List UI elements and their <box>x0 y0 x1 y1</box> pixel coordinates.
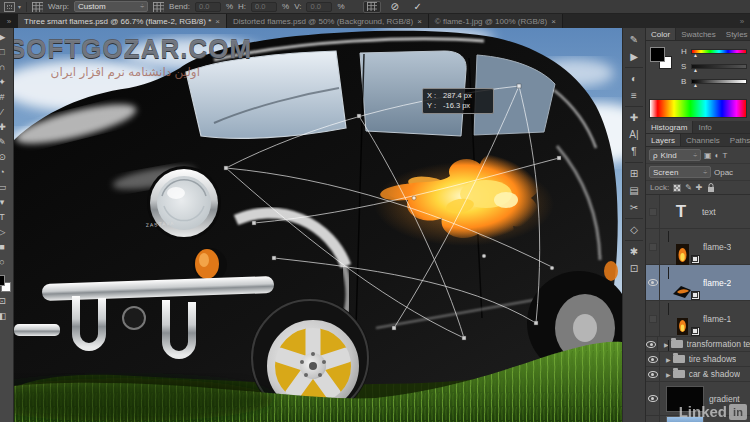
visibility-eye-icon[interactable] <box>648 395 658 402</box>
tab-channels[interactable]: Channels <box>681 134 725 146</box>
type-layer-thumbnail[interactable]: T <box>660 202 702 222</box>
layer-name[interactable]: car & shadow <box>689 369 741 379</box>
saturation-slider-marker[interactable]: ▲ <box>693 67 698 73</box>
artboard-panel-icon[interactable]: ⊞ <box>624 165 644 182</box>
visibility-eye-icon[interactable] <box>648 356 658 363</box>
tab-info[interactable]: Info <box>693 121 716 133</box>
commit-transform-button[interactable]: ✓ <box>409 1 427 13</box>
close-tab-icon[interactable]: × <box>551 17 556 26</box>
tab-overflow-left[interactable]: » <box>0 14 18 28</box>
preset-caret-icon[interactable]: ▾ <box>18 3 21 10</box>
lock-all-icon[interactable] <box>707 183 715 193</box>
layer-group-transformation-temp[interactable]: ▶ transformation temp <box>646 337 750 352</box>
3d-panel-icon[interactable]: ◇ <box>624 221 644 238</box>
type-tool-icon[interactable]: T <box>0 210 13 225</box>
blend-mode-dropdown[interactable]: Screen ÷ <box>649 166 711 178</box>
layer-group-car-and-shadow[interactable]: ▶ car & shadow <box>646 367 750 382</box>
visibility-toggle-off[interactable] <box>649 315 657 323</box>
close-tab-icon[interactable]: × <box>215 17 220 26</box>
warp-style-dropdown[interactable]: Custom ÷ <box>74 1 148 12</box>
clone-stamp-tool-icon[interactable]: ⊙ <box>0 150 13 165</box>
notes-panel-icon[interactable]: ▤ <box>624 182 644 199</box>
brush-tool-icon[interactable]: ✎ <box>0 135 13 150</box>
layer-row-flame-2-selected[interactable]: flame-2 <box>646 265 750 301</box>
lock-transparency-icon[interactable] <box>673 184 681 192</box>
tool-presets-panel-icon[interactable]: ✚ <box>624 109 644 126</box>
tab-histogram[interactable]: Histogram <box>646 121 693 133</box>
adjustments-panel-icon[interactable]: ◐ <box>624 70 644 87</box>
quick-selection-tool-icon[interactable]: ✦ <box>0 75 13 90</box>
filter-pixel-icon[interactable]: ▣ <box>704 151 712 160</box>
tab-overflow-right[interactable]: » <box>734 14 750 28</box>
clone-source-panel-icon[interactable]: ⊡ <box>624 260 644 277</box>
gradient-tool-icon[interactable]: ▾ <box>0 195 13 210</box>
brush-presets-panel-icon[interactable]: ✎ <box>624 31 644 48</box>
warp-grid-icon[interactable] <box>32 2 43 12</box>
transform-preset-icon[interactable] <box>4 2 15 12</box>
hand-tool-icon[interactable]: ○ <box>0 255 13 270</box>
panel-color-swatches[interactable] <box>650 47 676 73</box>
group-expand-icon[interactable]: ▶ <box>666 356 671 363</box>
healing-brush-tool-icon[interactable]: ✚ <box>0 120 13 135</box>
quick-mask-icon[interactable]: ⊡ <box>0 294 13 309</box>
layer-row-flame-3[interactable]: flame-3 <box>646 229 750 265</box>
move-tool-icon[interactable]: ▶ <box>0 30 13 45</box>
actions-panel-icon[interactable]: ▶ <box>624 48 644 65</box>
foreground-color-swatch[interactable] <box>0 275 5 286</box>
visibility-toggle-off[interactable] <box>649 243 657 251</box>
visibility-eye-icon[interactable] <box>648 279 658 286</box>
saturation-slider[interactable]: ▲ <box>691 64 747 69</box>
paragraph-panel-icon[interactable]: ¶ <box>624 143 644 160</box>
measure-panel-icon[interactable]: ✂ <box>624 199 644 216</box>
layer-name[interactable]: transformation temp <box>687 339 750 349</box>
crop-tool-icon[interactable]: # <box>0 90 13 105</box>
color-spectrum-ramp[interactable] <box>649 99 747 118</box>
hue-slider-marker[interactable]: ▲ <box>693 52 698 58</box>
tab-styles[interactable]: Styles <box>721 28 750 40</box>
layer-name[interactable]: text <box>702 207 716 217</box>
marquee-tool-icon[interactable]: □ <box>0 45 13 60</box>
tab-layers[interactable]: Layers <box>646 134 681 146</box>
cancel-transform-button[interactable]: ⊘ <box>386 1 404 13</box>
tab-paths[interactable]: Paths <box>725 134 750 146</box>
visibility-eye-icon[interactable] <box>648 371 658 378</box>
lasso-tool-icon[interactable]: ∩ <box>0 60 13 75</box>
color-swatches[interactable] <box>0 274 13 294</box>
hue-slider[interactable]: ▲ <box>691 49 747 54</box>
layer-row-text[interactable]: T text <box>646 195 750 229</box>
eraser-tool-icon[interactable]: ▭ <box>0 180 13 195</box>
layer-name[interactable]: flame-1 <box>703 314 731 324</box>
layer-group-tire-shadows[interactable]: ▶ tire shadows <box>646 352 750 367</box>
screen-mode-icon[interactable]: ◧ <box>0 309 13 324</box>
shape-tool-icon[interactable]: ■ <box>0 240 13 255</box>
character-panel-icon[interactable]: A| <box>624 126 644 143</box>
lock-move-icon[interactable]: ✚ <box>696 183 703 192</box>
bend-input[interactable]: 0.0 <box>195 2 221 12</box>
path-select-tool-icon[interactable]: ▷ <box>0 225 13 240</box>
layer-name[interactable]: flame-3 <box>703 242 731 252</box>
warp-mode-toggle-button[interactable] <box>363 1 381 13</box>
layer-name[interactable]: flame-2 <box>703 278 731 288</box>
filter-type-icon[interactable]: T <box>722 151 727 160</box>
group-expand-icon[interactable]: ▶ <box>666 371 671 378</box>
warp-orientation-icon[interactable] <box>153 2 164 12</box>
visibility-eye-icon[interactable] <box>646 341 656 348</box>
properties-panel-icon[interactable]: ✱ <box>624 243 644 260</box>
h-input[interactable]: 0.0 <box>251 2 277 12</box>
tab-color[interactable]: Color <box>646 28 676 40</box>
lock-paint-icon[interactable]: ✎ <box>685 183 692 192</box>
layer-comps-panel-icon[interactable]: ≡ <box>624 87 644 104</box>
tab-swatches[interactable]: Swatches <box>676 28 721 40</box>
brightness-slider[interactable]: ▲ <box>691 79 747 84</box>
layer-row-flame-1[interactable]: flame-1 <box>646 301 750 337</box>
doc-tab-flame-1[interactable]: © flame-1.jpg @ 100% (RGB/8) × <box>429 14 563 28</box>
document-canvas[interactable]: ZASTAVA <box>14 28 622 422</box>
filter-adjustment-icon[interactable]: ◐ <box>715 151 720 160</box>
v-input[interactable]: 0.0 <box>306 2 332 12</box>
layer-name[interactable]: tire shadows <box>689 354 737 364</box>
layer-name[interactable]: gradient <box>709 394 740 404</box>
foreground-color-swatch[interactable] <box>650 47 665 62</box>
doc-tab-three-smart-flames[interactable]: Three smart flames.psd @ 66.7% (flame-2,… <box>18 14 227 28</box>
layer-filter-dropdown[interactable]: ρ Kind ÷ <box>649 149 701 161</box>
close-tab-icon[interactable]: × <box>417 17 422 26</box>
